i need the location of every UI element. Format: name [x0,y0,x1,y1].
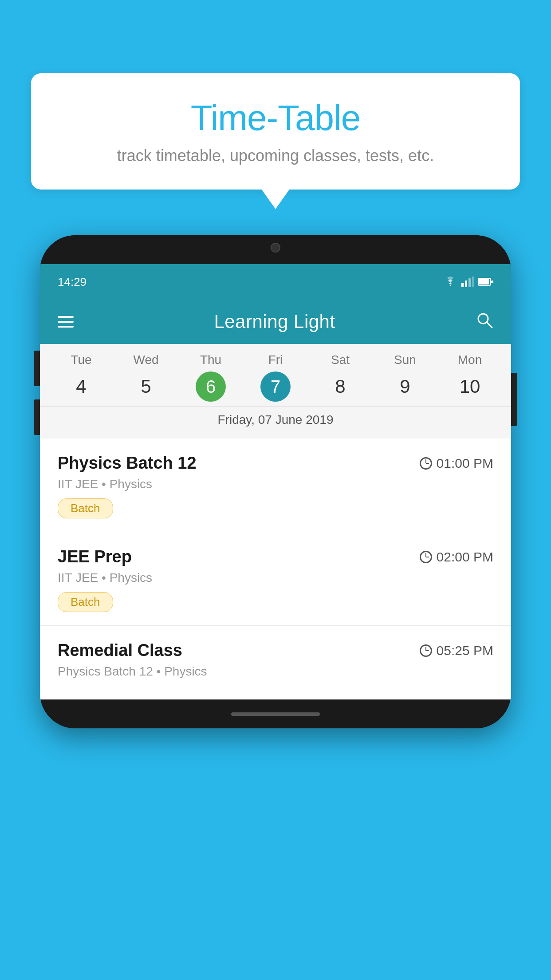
app-header: Learning Light [40,300,511,344]
schedule-item-physics-batch-12[interactable]: Physics Batch 12 01:00 PM IIT JEE • Phys… [40,439,511,532]
schedule-item-1-title: Physics Batch 12 [58,454,197,473]
day-header-tue: Tue [49,353,114,367]
phone-mockup: 14:29 [40,235,511,980]
menu-button[interactable] [58,316,74,328]
svg-rect-6 [491,281,493,283]
schedule-item-2-subtitle: IIT JEE • Physics [58,571,493,585]
selected-date-label: Friday, 07 June 2019 [40,406,511,434]
day-headers: Tue Wed Thu Fri Sat Sun Mon [40,353,511,367]
phone-top-frame [40,235,511,264]
svg-rect-1 [465,281,467,287]
side-button-power [511,373,517,426]
side-button-volume-up [34,351,40,386]
schedule-item-1-subtitle: IIT JEE • Physics [58,477,493,491]
home-bar [231,712,320,716]
day-numbers: 4 5 6 7 8 9 10 [40,371,511,402]
svg-rect-5 [479,279,489,285]
day-header-sat: Sat [308,353,373,367]
day-4[interactable]: 4 [49,371,114,402]
day-header-thu: Thu [178,353,243,367]
phone-screen: Tue Wed Thu Fri Sat Sun Mon 4 5 6 7 8 [40,344,511,699]
search-button[interactable] [476,311,493,333]
day-10[interactable]: 10 [437,371,502,402]
bubble-title: Time-Table [58,98,493,138]
schedule-item-2-time-text: 02:00 PM [437,549,493,565]
status-bar: 14:29 [40,264,511,300]
schedule-item-2-header: JEE Prep 02:00 PM [58,547,493,566]
phone-body: 14:29 [40,235,511,728]
front-camera [271,243,280,253]
signal-icon [461,277,474,287]
phone-bottom-frame [40,699,511,728]
status-time: 14:29 [58,275,87,289]
day-8[interactable]: 8 [308,371,373,402]
day-5[interactable]: 5 [114,371,178,402]
day-7-selected[interactable]: 7 [260,371,291,402]
svg-rect-3 [472,277,474,287]
battery-icon [478,277,493,286]
schedule-item-1-time: 01:00 PM [420,456,493,471]
schedule-item-3-title: Remedial Class [58,641,182,660]
svg-rect-0 [461,283,464,287]
schedule-item-remedial-class[interactable]: Remedial Class 05:25 PM Physics Batch 12… [40,626,511,699]
schedule-item-3-subtitle: Physics Batch 12 • Physics [58,664,493,679]
svg-line-8 [487,322,492,328]
svg-rect-2 [468,278,471,287]
batch-tag-1: Batch [58,498,113,518]
clock-icon-1 [420,457,432,470]
day-header-mon: Mon [437,353,502,367]
schedule-item-2-title: JEE Prep [58,547,132,566]
day-9[interactable]: 9 [373,371,437,402]
day-header-wed: Wed [114,353,178,367]
schedule-item-1-header: Physics Batch 12 01:00 PM [58,454,493,473]
app-title: Learning Light [214,311,335,332]
status-icons [444,277,493,287]
phone-notch [240,235,311,260]
schedule-item-jee-prep[interactable]: JEE Prep 02:00 PM IIT JEE • Physics Batc… [40,532,511,626]
schedule-item-1-time-text: 01:00 PM [437,456,493,471]
phone-wrapper: 14:29 [40,235,511,728]
schedule-item-3-time-text: 05:25 PM [437,643,493,658]
clock-icon-3 [420,644,432,657]
calendar-strip[interactable]: Tue Wed Thu Fri Sat Sun Mon 4 5 6 7 8 [40,344,511,439]
side-button-volume-down [34,399,40,435]
day-6-today[interactable]: 6 [196,371,226,402]
bubble-subtitle: track timetable, upcoming classes, tests… [58,146,493,165]
schedule-list: Physics Batch 12 01:00 PM IIT JEE • Phys… [40,439,511,699]
day-header-fri: Fri [243,353,308,367]
speech-bubble: Time-Table track timetable, upcoming cla… [31,73,520,190]
batch-tag-2: Batch [58,592,113,612]
schedule-item-3-header: Remedial Class 05:25 PM [58,641,493,660]
clock-icon-2 [420,551,432,563]
schedule-item-2-time: 02:00 PM [420,549,493,565]
wifi-icon [444,277,457,287]
day-header-sun: Sun [373,353,437,367]
schedule-item-3-time: 05:25 PM [420,643,493,658]
